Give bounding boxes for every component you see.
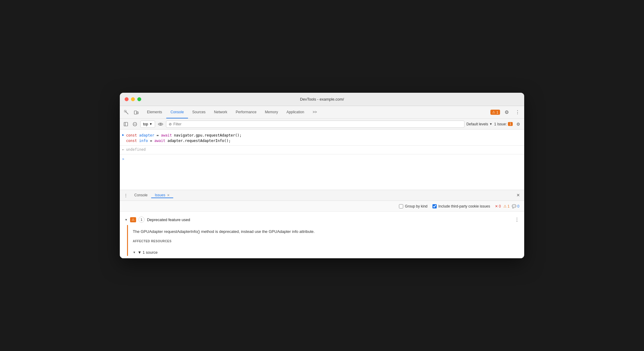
sidebar-toggle-icon[interactable] <box>122 121 129 128</box>
warning-icon: ⚠ <box>503 204 507 208</box>
warning-count: 1 <box>496 111 498 114</box>
console-prompt-line: > <box>120 156 524 162</box>
console-divider <box>120 145 524 146</box>
console-divider-2 <box>120 154 524 154</box>
tab-elements[interactable]: Elements <box>143 106 166 118</box>
warning-count-badge: ⚠ 1 <box>503 204 510 208</box>
settings-icon[interactable]: ⚙ <box>515 121 522 128</box>
issue-warning-icon: ⚠ <box>130 217 136 222</box>
tab-network[interactable]: Network <box>210 106 231 118</box>
tabbar-right: ⚠ 1 ⚙ ⋮ <box>490 106 522 118</box>
svg-rect-2 <box>134 111 137 114</box>
inspect-element-icon[interactable] <box>122 108 131 117</box>
live-expressions-icon[interactable] <box>157 121 164 128</box>
device-toolbar-icon[interactable] <box>132 108 140 117</box>
console-result: ← undefined <box>120 147 524 153</box>
svg-point-8 <box>160 123 161 125</box>
tab-issues-panel[interactable]: Issues × <box>151 193 173 198</box>
console-entry-1: ▶ const adapter = await navigator.gpu.re… <box>120 132 524 144</box>
main-tabbar: Elements Console Sources Network Perform… <box>120 106 524 119</box>
tabbar-left-icons <box>122 106 140 118</box>
include-third-party-label[interactable]: Include third-party cookie issues <box>432 204 490 208</box>
default-levels-selector[interactable]: Default levels ▼ <box>466 122 492 126</box>
issue-body: The GPUAdapter requestAdapterInfo() meth… <box>127 225 519 256</box>
tab-console-panel[interactable]: Console <box>131 193 151 198</box>
group-by-kind-checkbox[interactable] <box>399 204 403 208</box>
svg-rect-4 <box>124 122 128 126</box>
include-third-party-checkbox[interactable] <box>432 204 437 208</box>
panel-more-icon[interactable]: ⋮ <box>122 192 129 199</box>
prompt-arrow-icon: > <box>122 157 124 161</box>
source-collapse-icon: ▼ <box>133 251 136 254</box>
minimize-button[interactable] <box>131 97 135 101</box>
main-tabs: Elements Console Sources Network Perform… <box>143 106 490 118</box>
tab-memory[interactable]: Memory <box>261 106 282 118</box>
filter-box[interactable]: ⊘ <box>166 121 465 128</box>
tab-performance[interactable]: Performance <box>231 106 261 118</box>
issue-title: Deprecated feature used <box>147 217 512 222</box>
console-output: ▶ const adapter = await navigator.gpu.re… <box>120 130 524 190</box>
expand-arrow-icon[interactable]: ▶ <box>122 133 124 137</box>
issue-label: 1 Issue: <box>494 122 507 126</box>
info-count-badge: 💬 0 <box>512 204 519 208</box>
issue-count-circle: 1 <box>139 217 145 223</box>
result-value: undefined <box>126 147 146 152</box>
panel-tabbar: ⋮ Console Issues × × <box>120 190 524 201</box>
collapse-arrow-icon: ▼ <box>125 218 128 221</box>
tab-console[interactable]: Console <box>166 106 188 118</box>
info-icon: 💬 <box>512 204 516 208</box>
issue-header[interactable]: ▼ ⚠ 1 Deprecated feature used ⋮ <box>125 214 519 225</box>
tab-sources[interactable]: Sources <box>188 106 210 118</box>
context-selector[interactable]: top ▼ <box>140 121 155 128</box>
error-icon: ✕ <box>495 204 498 208</box>
close-panel-icon[interactable]: × <box>515 192 522 199</box>
clear-console-icon[interactable] <box>131 121 139 128</box>
issue-section: ▼ ⚠ 1 Deprecated feature used ⋮ The GPUA… <box>120 212 524 258</box>
console-toolbar: top ▼ ⊘ Default levels ▼ 1 Issue: 1 ⚙ <box>120 119 524 130</box>
code-block: const adapter = await navigator.gpu.requ… <box>126 133 242 143</box>
default-levels-label: Default levels <box>466 122 488 126</box>
code-line-1: const adapter = await navigator.gpu.requ… <box>126 133 242 138</box>
settings-icon[interactable]: ⚙ <box>502 108 511 117</box>
filter-input[interactable] <box>174 122 462 126</box>
titlebar-buttons <box>125 97 141 101</box>
issue-more-icon[interactable]: ⋮ <box>515 217 519 223</box>
panel-tabs: Console Issues × <box>131 193 173 198</box>
issue-count-badge[interactable]: 1 Issue: 1 <box>494 122 513 126</box>
result-arrow-icon: ← <box>122 148 124 152</box>
svg-line-1 <box>125 111 128 114</box>
warning-badge[interactable]: ⚠ 1 <box>490 110 500 115</box>
close-issues-tab-icon[interactable]: × <box>167 193 170 198</box>
window-title: DevTools - example.com/ <box>300 97 344 101</box>
svg-rect-3 <box>137 112 138 114</box>
warning-icon: ⚠ <box>492 110 495 114</box>
source-row[interactable]: ▼ ▼ 1 source <box>133 249 519 256</box>
devtools-window: DevTools - example.com/ Elements <box>120 93 524 258</box>
chevron-down-icon: ▼ <box>149 122 152 126</box>
affected-resources-label: AFFECTED RESOURCES <box>133 240 519 243</box>
context-label: top <box>143 122 148 126</box>
group-by-kind-label[interactable]: Group by kind <box>399 204 428 208</box>
tab-more[interactable]: >> <box>308 106 321 118</box>
issue-description: The GPUAdapter requestAdapterInfo() meth… <box>133 225 519 237</box>
error-count-badge: ✕ 0 <box>495 204 501 208</box>
panel-tabbar-right: × <box>515 190 522 201</box>
titlebar: DevTools - example.com/ <box>120 93 524 106</box>
close-button[interactable] <box>125 97 129 101</box>
issues-toolbar: Group by kind Include third-party cookie… <box>120 201 524 212</box>
issues-counts: ✕ 0 ⚠ 1 💬 0 <box>495 204 519 208</box>
chevron-down-icon: ▼ <box>489 122 493 126</box>
source-label: ▼ 1 source <box>138 250 158 255</box>
more-options-icon[interactable]: ⋮ <box>513 108 522 117</box>
bottom-panel: ⋮ Console Issues × × Group by kin <box>120 190 524 258</box>
filter-icon: ⊘ <box>169 122 172 126</box>
tab-application[interactable]: Application <box>282 106 308 118</box>
panel-tabbar-left: ⋮ Console Issues × <box>122 190 173 201</box>
maximize-button[interactable] <box>137 97 141 101</box>
code-line-2: const info = await adapter.requestAdapte… <box>126 138 242 143</box>
issue-badge-count: 1 <box>508 122 513 126</box>
